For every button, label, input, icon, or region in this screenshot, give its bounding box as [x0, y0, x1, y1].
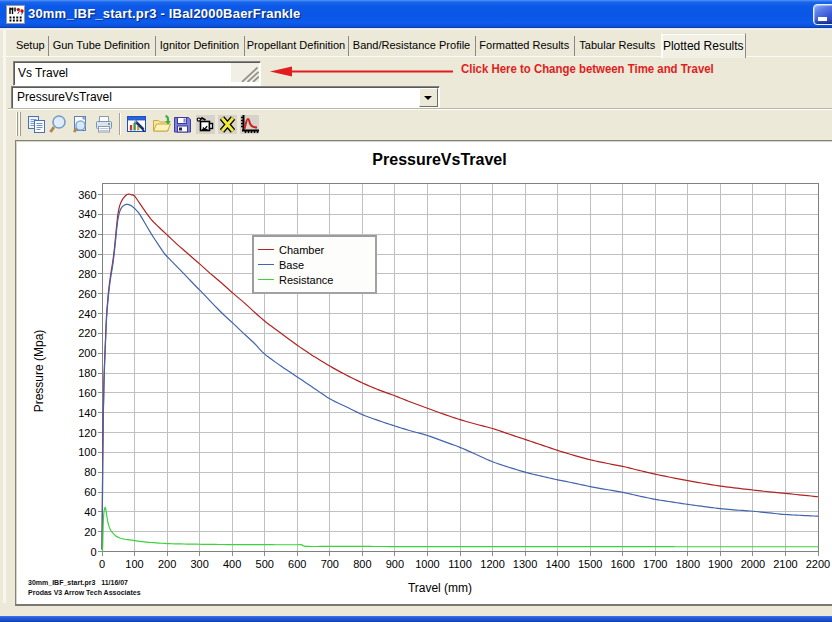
svg-text:2100: 2100: [773, 558, 797, 570]
svg-text:60: 60: [84, 486, 96, 498]
svg-text:220: 220: [78, 327, 96, 339]
plot-selector-value: PressureVsTravel: [17, 90, 112, 104]
zoom-button[interactable]: [47, 112, 69, 136]
svg-text:1200: 1200: [480, 558, 504, 570]
left-frame-highlight: [3, 30, 6, 603]
svg-text:1000: 1000: [415, 558, 439, 570]
open-icon: [152, 115, 171, 134]
legend-item-base: Base: [258, 257, 304, 272]
svg-text:300: 300: [78, 248, 96, 260]
svg-text:40: 40: [84, 506, 96, 518]
svg-text:260: 260: [78, 288, 96, 300]
zoom-icon: [49, 115, 68, 134]
plot-options-icon: [240, 115, 259, 134]
chevron-down-icon: [424, 96, 432, 100]
svg-text:180: 180: [78, 367, 96, 379]
legend-item-resistance: Resistance: [258, 272, 333, 287]
svg-text:1900: 1900: [708, 558, 732, 570]
svg-text:1500: 1500: [578, 558, 602, 570]
edit-chart-button[interactable]: [125, 112, 147, 136]
svg-text:1400: 1400: [545, 558, 569, 570]
svg-text:320: 320: [78, 228, 96, 240]
tab-formatted-results[interactable]: Formatted Results: [475, 36, 575, 56]
copy-button[interactable]: [25, 112, 47, 136]
print-preview-button[interactable]: [70, 112, 92, 136]
tab-propellant-definition[interactable]: Propellant Definition: [244, 36, 349, 56]
tab-ignitor-definition[interactable]: Ignitor Definition: [155, 36, 245, 56]
combo-dropdown-button[interactable]: [419, 88, 438, 107]
window-title: 30mm_IBF_start.pr3 - IBal2000BaerFrankle: [28, 6, 300, 21]
minimize-button[interactable]: [813, 4, 832, 25]
toolbar-separator: [119, 113, 121, 135]
svg-text:700: 700: [321, 558, 339, 570]
chamber-line-swatch: [258, 249, 274, 250]
base-line-swatch: [258, 264, 274, 265]
svg-text:300: 300: [190, 558, 208, 570]
svg-text:80: 80: [84, 466, 96, 478]
svg-text:20: 20: [84, 526, 96, 538]
plot-selector-combobox[interactable]: PressureVsTravel: [11, 86, 440, 109]
resize-grip-icon: [231, 63, 259, 82]
edit-chart-icon: [127, 115, 146, 134]
svg-text:2200: 2200: [806, 558, 830, 570]
svg-text:500: 500: [256, 558, 274, 570]
print-icon: [95, 115, 114, 134]
svg-text:1300: 1300: [513, 558, 537, 570]
export-image-button[interactable]: [194, 112, 216, 136]
tab-plotted-results[interactable]: Plotted Results: [661, 33, 746, 58]
svg-text:900: 900: [386, 558, 404, 570]
svg-text:140: 140: [78, 407, 96, 419]
title-bar-content: 30mm_IBF_start.pr3 - IBal2000BaerFrankle: [0, 0, 832, 30]
footer-app-credit: Prodas V3 Arrow Tech Associates: [28, 589, 141, 596]
tab-gun-tube-definition[interactable]: Gun Tube Definition: [48, 36, 157, 56]
print-preview-icon: [71, 115, 90, 134]
diagonal-grip-lines-icon: [231, 63, 259, 82]
svg-text:100: 100: [78, 446, 96, 458]
export-excel-icon: [218, 115, 237, 134]
export-excel-button[interactable]: [216, 112, 238, 136]
svg-text:100: 100: [125, 558, 143, 570]
svg-text:0: 0: [99, 558, 105, 570]
annotation-text: Click Here to Change between Time and Tr…: [461, 61, 714, 76]
tab-setup[interactable]: Setup: [13, 36, 49, 56]
svg-text:200: 200: [78, 347, 96, 359]
save-button[interactable]: [171, 112, 193, 136]
svg-text:0: 0: [90, 546, 96, 558]
legend-label: Chamber: [279, 244, 324, 256]
svg-text:340: 340: [78, 208, 96, 220]
svg-text:2000: 2000: [741, 558, 765, 570]
chart-legend: Chamber Base Resistance: [252, 235, 377, 294]
open-button[interactable]: [151, 112, 173, 136]
svg-text:1600: 1600: [610, 558, 634, 570]
chart-footer: 30mm_IBF_start.pr3 11/16/07 Prodas V3 Ar…: [28, 578, 141, 597]
svg-text:240: 240: [78, 308, 96, 320]
minimize-icon: [818, 17, 827, 21]
toolbar-grip-icon[interactable]: [16, 112, 18, 136]
app-icon: [6, 5, 25, 24]
svg-text:1100: 1100: [448, 558, 472, 570]
print-button[interactable]: [93, 112, 115, 136]
tab-tabular-results[interactable]: Tabular Results: [574, 36, 663, 56]
svg-text:1800: 1800: [676, 558, 700, 570]
annotation-arrow: [262, 63, 458, 81]
axis-mode-value: Vs Travel: [18, 66, 68, 80]
svg-text:280: 280: [78, 268, 96, 280]
svg-text:1700: 1700: [643, 558, 667, 570]
footer-file-date: 30mm_IBF_start.pr3 11/16/07: [28, 579, 128, 586]
chart-canvas: 0100200300400500600700800900100011001200…: [0, 140, 832, 603]
plot-options-button[interactable]: [239, 112, 261, 136]
resistance-line-swatch: [258, 279, 274, 280]
tab-band-resistance-profile[interactable]: Band/Resistance Profile: [348, 36, 476, 56]
svg-text:160: 160: [78, 387, 96, 399]
window-bottom-border: [0, 616, 832, 622]
chart-title: PressureVsTravel: [0, 151, 832, 169]
svg-text:360: 360: [78, 189, 96, 201]
y-axis-title: Pressure (Mpa): [32, 291, 46, 451]
toolbar-grip-icon[interactable]: [19, 112, 21, 136]
legend-label: Resistance: [279, 274, 333, 286]
tab-strip: SetupGun Tube DefinitionIgnitor Definiti…: [0, 30, 832, 57]
copy-icon: [27, 115, 46, 134]
axis-mode-field[interactable]: Vs Travel: [13, 61, 261, 86]
save-icon: [173, 115, 192, 134]
export-image-icon: [196, 115, 215, 134]
